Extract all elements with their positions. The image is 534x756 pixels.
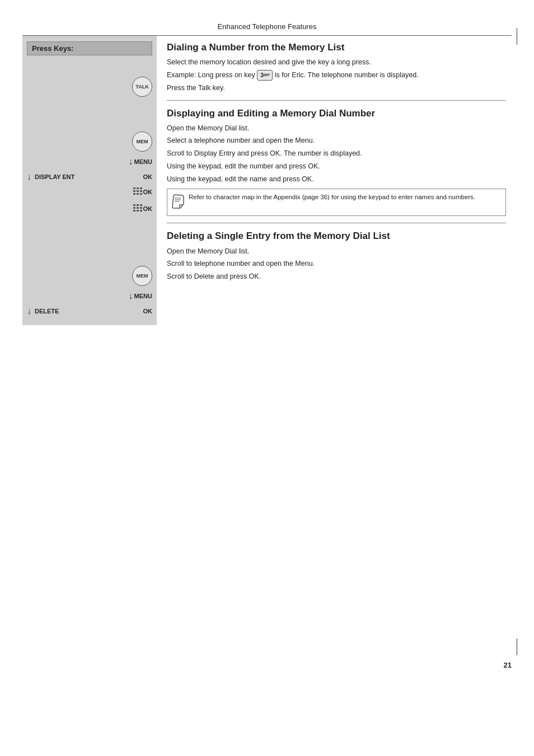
arrow-down-2: ↓: [27, 172, 31, 182]
svg-rect-9: [133, 204, 135, 206]
ok-label-1: OK: [143, 173, 153, 180]
display-ent-row: ↓ DISPLAY ENT OK: [27, 172, 152, 182]
ok-label-2: OK: [143, 189, 153, 195]
note-box: Refer to character map in the Appendix (…: [167, 189, 506, 216]
dialing-heading: Dialing a Number from the Memory List: [167, 41, 506, 54]
ok-label-3: OK: [143, 205, 153, 212]
talk-key-row: TALK: [27, 77, 152, 97]
svg-rect-16: [137, 210, 139, 212]
dialing-inst-2: Example: Long press on key 3def is for E…: [167, 70, 506, 81]
dialing-inst-3: Press the Talk key.: [167, 83, 506, 93]
svg-rect-1: [137, 187, 139, 189]
note-icon: [172, 194, 184, 212]
delete-label: DELETE: [35, 308, 59, 314]
keypad-ok-row-2: OK: [27, 202, 152, 215]
dialing-inst-1: Select the memory location desired and g…: [167, 57, 506, 68]
svg-rect-11: [140, 204, 142, 206]
keypad-ok-row-1: OK: [27, 185, 152, 199]
displaying-inst-5: Using the keypad, edit the name and pres…: [167, 174, 506, 185]
mem-key-2[interactable]: MEM: [132, 266, 152, 286]
page-header: Enhanced Telephone Features: [22, 22, 512, 36]
deleting-inst-3: Scroll to Delete and press OK.: [167, 271, 506, 282]
svg-rect-7: [137, 193, 139, 195]
displaying-inst-4: Using the keypad, edit the number and pr…: [167, 161, 506, 172]
keypad-icon-1: [132, 186, 143, 198]
displaying-inst-3: Scroll to Display Entry and press OK. Th…: [167, 148, 506, 159]
svg-rect-3: [133, 190, 135, 192]
deleting-inst-2: Scroll to telephone number and open the …: [167, 259, 506, 269]
press-keys-header: Press Keys:: [27, 41, 152, 55]
keypad-icon-2: [132, 203, 143, 214]
displaying-inst-1: Open the Memory Dial list.: [167, 123, 506, 134]
arrow-down-3: ↓: [129, 291, 133, 301]
menu-label-1: MENU: [134, 158, 152, 165]
svg-rect-10: [137, 204, 139, 206]
content-area: Press Keys: TALK MEM ↓ MENU: [22, 36, 512, 325]
divider-1: [167, 100, 506, 101]
arrow-down-4: ↓: [27, 306, 31, 316]
svg-rect-0: [133, 187, 135, 189]
right-panel: Dialing a Number from the Memory List Se…: [157, 36, 512, 325]
svg-rect-2: [140, 187, 142, 189]
mem-key-row-1: MEM: [27, 132, 152, 152]
svg-rect-4: [137, 190, 139, 192]
menu-row-2: ↓ MENU: [27, 289, 152, 303]
mem-key-row-2: MEM: [27, 266, 152, 286]
svg-rect-14: [140, 207, 142, 209]
mem-key-1[interactable]: MEM: [132, 132, 152, 152]
svg-rect-6: [133, 193, 135, 195]
svg-rect-12: [133, 207, 135, 209]
talk-key[interactable]: TALK: [132, 77, 152, 97]
arrow-down-1: ↓: [129, 157, 133, 167]
left-panel: Press Keys: TALK MEM ↓ MENU: [22, 36, 157, 325]
note-text: Refer to character map in the Appendix (…: [189, 192, 475, 201]
deleting-heading: Deleting a Single Entry from the Memory …: [167, 230, 506, 242]
svg-rect-5: [140, 190, 142, 192]
page-number: 21: [504, 661, 512, 669]
svg-rect-15: [133, 210, 135, 212]
ok-label-4: OK: [143, 308, 153, 314]
svg-rect-8: [140, 193, 142, 195]
displaying-inst-2: Select a telephone number and open the M…: [167, 135, 506, 146]
menu-label-2: MENU: [134, 293, 152, 299]
page: Enhanced Telephone Features Press Keys: …: [0, 0, 534, 756]
divider-2: [167, 223, 506, 223]
svg-rect-13: [137, 207, 139, 209]
header-title: Enhanced Telephone Features: [218, 22, 317, 31]
margin-line-top: [517, 28, 517, 45]
menu-row-1: ↓ MENU: [27, 155, 152, 168]
displaying-heading: Displaying and Editing a Memory Dial Num…: [167, 107, 506, 120]
svg-rect-17: [140, 210, 142, 212]
deleting-inst-1: Open the Memory Dial list.: [167, 246, 506, 257]
display-ent-label: DISPLAY ENT: [35, 173, 75, 180]
delete-row: ↓ DELETE OK: [27, 306, 152, 316]
margin-line-bottom: [517, 638, 517, 655]
